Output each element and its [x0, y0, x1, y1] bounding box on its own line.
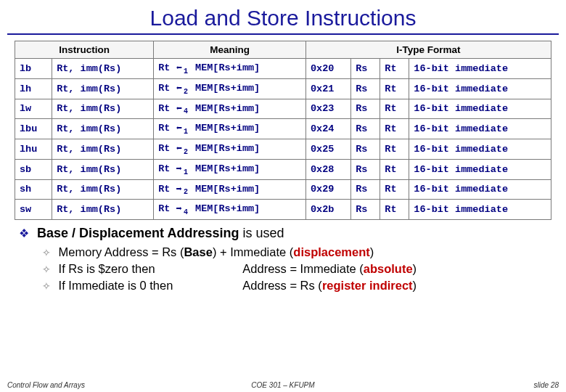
cell-rt: Rt	[380, 159, 409, 179]
sub1-post: )	[370, 245, 374, 258]
byte-count: 4	[184, 107, 188, 115]
diamond-icon: ❖	[19, 227, 29, 240]
cell-op: lbu	[15, 119, 52, 139]
cell-opcode: 0x20	[306, 59, 351, 79]
byte-count: 4	[184, 208, 188, 216]
cell-opcode: 0x29	[306, 179, 351, 200]
cell-args: Rt, imm(Rs)	[52, 159, 154, 179]
cell-meaning: Rt ➡1 MEM[Rs+imm]	[154, 159, 306, 179]
cell-imm: 16-bit immediate	[409, 59, 551, 79]
table-row: lbuRt, imm(Rs)Rt ⬅1 MEM[Rs+imm]0x24RsRt1…	[15, 119, 551, 139]
cell-rs: Rs	[351, 99, 380, 119]
cell-meaning: Rt ⬅2 MEM[Rs+imm]	[154, 78, 306, 99]
footer-center: COE 301 – KFUPM	[251, 381, 314, 389]
sub1-disp: displacement	[293, 245, 369, 258]
cell-op: lb	[15, 59, 52, 79]
cell-rs: Rs	[351, 78, 380, 99]
cell-args: Rt, imm(Rs)	[52, 99, 154, 119]
cell-opcode: 0x21	[306, 78, 351, 99]
cell-imm: 16-bit immediate	[409, 119, 551, 139]
cell-imm: 16-bit immediate	[409, 78, 551, 99]
sub2-addr-pre: Address = Immediate (	[242, 262, 363, 275]
cell-imm: 16-bit immediate	[409, 139, 551, 160]
arrow-left-icon: ⬅	[176, 62, 182, 74]
table-row: lhRt, imm(Rs)Rt ⬅2 MEM[Rs+imm]0x21RsRt16…	[15, 78, 551, 99]
arrow-right-icon: ➡	[176, 163, 182, 175]
cell-imm: 16-bit immediate	[409, 159, 551, 179]
byte-count: 2	[184, 148, 188, 156]
arrow-left-icon: ⬅	[176, 122, 182, 134]
cell-meaning: Rt ➡4 MEM[Rs+imm]	[154, 200, 306, 220]
arrow-right-icon: ➡	[176, 203, 182, 215]
th-meaning: Meaning	[154, 41, 306, 59]
byte-count: 2	[184, 88, 188, 96]
cell-opcode: 0x28	[306, 159, 351, 179]
cell-args: Rt, imm(Rs)	[52, 59, 154, 79]
sub-bullet-imm0: ✧ If Immediate is 0 then Address = Rs (r…	[42, 279, 566, 293]
sub2-if: If Rs is $zero then	[59, 262, 240, 276]
cell-op: lw	[15, 99, 52, 119]
cell-args: Rt, imm(Rs)	[52, 78, 154, 99]
arrow-left-icon: ⬅	[176, 142, 182, 155]
page-title: Load and Store Instructions	[0, 0, 566, 33]
cell-rt: Rt	[380, 179, 409, 200]
sub2-kw: absolute	[364, 262, 413, 275]
sub-bullet-zero: ✧ If Rs is $zero then Address = Immediat…	[42, 262, 566, 276]
table-row: swRt, imm(Rs)Rt ➡4 MEM[Rs+imm]0x2bRsRt16…	[15, 200, 551, 220]
sub3-kw: register indirect	[322, 279, 413, 292]
sub1-mid: ) + Immediate (	[213, 245, 293, 258]
table-row: lwRt, imm(Rs)Rt ⬅4 MEM[Rs+imm]0x23RsRt16…	[15, 99, 551, 119]
cell-op: sb	[15, 159, 52, 179]
cell-meaning: Rt ➡2 MEM[Rs+imm]	[154, 179, 306, 200]
footer-left: Control Flow and Arrays	[7, 381, 85, 389]
cell-op: sh	[15, 179, 52, 200]
table-row: lhuRt, imm(Rs)Rt ⬅2 MEM[Rs+imm]0x25RsRt1…	[15, 139, 551, 160]
cell-args: Rt, imm(Rs)	[52, 179, 154, 200]
sub-bullet-memaddr: ✧ Memory Address = Rs (Base) + Immediate…	[42, 245, 566, 259]
th-instruction: Instruction	[15, 41, 154, 59]
arrow-left-icon: ⬅	[176, 82, 182, 94]
bullet-list: ❖ Base / Displacement Addressing is used…	[19, 226, 566, 293]
cell-op: lh	[15, 78, 52, 99]
bullet-addressing: ❖ Base / Displacement Addressing is used	[19, 226, 566, 241]
cell-meaning: Rt ⬅4 MEM[Rs+imm]	[154, 99, 306, 119]
cell-op: sw	[15, 200, 52, 220]
byte-count: 2	[184, 188, 188, 196]
sub2-post: )	[413, 262, 417, 275]
byte-count: 1	[184, 168, 188, 176]
cell-opcode: 0x2b	[306, 200, 351, 220]
table-row: shRt, imm(Rs)Rt ➡2 MEM[Rs+imm]0x29RsRt16…	[15, 179, 551, 200]
cell-imm: 16-bit immediate	[409, 200, 551, 220]
diamond-small-icon: ✧	[42, 264, 51, 275]
sub1-base: Base	[184, 245, 212, 258]
cell-rs: Rs	[351, 119, 380, 139]
arrow-right-icon: ➡	[176, 183, 182, 195]
arrow-left-icon: ⬅	[176, 102, 182, 115]
table-header-row: Instruction Meaning I-Type Format	[15, 41, 551, 59]
cell-rt: Rt	[380, 200, 409, 220]
cell-meaning: Rt ⬅1 MEM[Rs+imm]	[154, 119, 306, 139]
cell-rs: Rs	[351, 139, 380, 160]
cell-opcode: 0x25	[306, 139, 351, 160]
bullet1-bold: Base / Displacement Addressing	[37, 226, 239, 240]
th-format: I-Type Format	[306, 41, 551, 59]
sub1-pre: Memory Address = Rs (	[59, 245, 184, 258]
cell-rs: Rs	[351, 200, 380, 220]
cell-op: lhu	[15, 139, 52, 160]
sub3-post: )	[413, 279, 417, 292]
cell-opcode: 0x23	[306, 99, 351, 119]
cell-args: Rt, imm(Rs)	[52, 139, 154, 160]
byte-count: 1	[184, 68, 188, 75]
diamond-small-icon: ✧	[42, 280, 51, 292]
diamond-small-icon: ✧	[42, 247, 51, 258]
cell-opcode: 0x24	[306, 119, 351, 139]
cell-imm: 16-bit immediate	[409, 179, 551, 200]
cell-imm: 16-bit immediate	[409, 99, 551, 119]
table-row: lbRt, imm(Rs)Rt ⬅1 MEM[Rs+imm]0x20RsRt16…	[15, 59, 551, 79]
cell-meaning: Rt ⬅1 MEM[Rs+imm]	[154, 59, 306, 79]
instruction-table: Instruction Meaning I-Type Format lbRt, …	[15, 41, 551, 220]
cell-rs: Rs	[351, 59, 380, 79]
cell-args: Rt, imm(Rs)	[52, 200, 154, 220]
cell-meaning: Rt ⬅2 MEM[Rs+imm]	[154, 139, 306, 160]
cell-rt: Rt	[380, 99, 409, 119]
